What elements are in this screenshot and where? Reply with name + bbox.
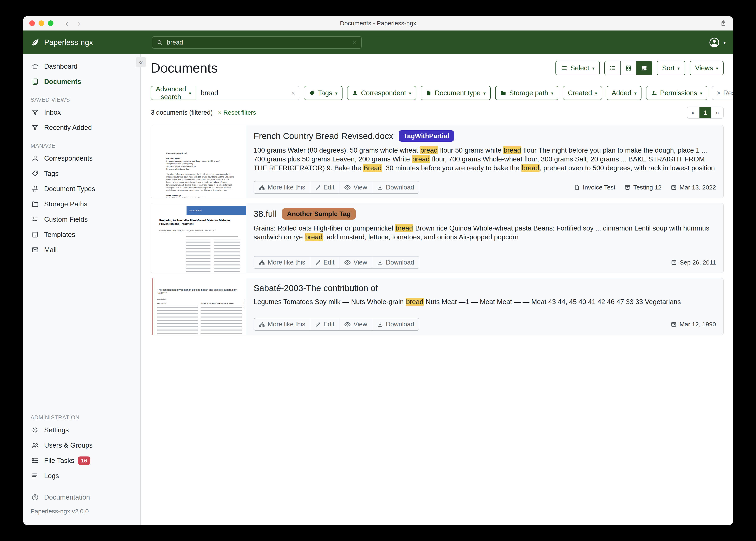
user-avatar-icon [709,37,720,48]
view-button[interactable]: View [339,181,372,194]
meta-file[interactable]: Invoice Test [574,184,615,191]
sidebar-item-recently-added[interactable]: Recently Added [23,120,140,135]
sidebar-item-label: Recently Added [44,124,92,132]
document-thumbnail[interactable]: French Country BreadFor the Leaven1 heap… [151,125,246,198]
reset-filters-button[interactable]: × Reset filters [712,86,733,100]
action-label: More like this [268,184,305,191]
edit-button[interactable]: Edit [310,256,339,269]
pagination-prev[interactable]: « [687,107,699,118]
correspondent-filter-button[interactable]: Correspondent▾ [347,86,416,100]
meta-calendar[interactable]: Mar 13, 2022 [671,184,716,191]
list-view-button[interactable] [605,61,620,75]
sort-button[interactable]: Sort▾ [657,61,685,75]
document-thumbnail[interactable]: of Clinical NutritionThe contribution of… [151,278,246,335]
document-meta: Sep 26, 2011 [671,259,716,266]
filter-query-input[interactable] [196,86,299,100]
storage-path-filter-button[interactable]: Storage path▾ [495,86,558,100]
sidebar-collapse-button[interactable]: « [136,57,146,67]
reset-filters-link[interactable]: × Reset filters [218,109,256,116]
sidebar-item-file-tasks[interactable]: File Tasks16 [23,453,140,468]
sidebar-section-title: SAVED VIEWS [31,97,140,103]
action-label: More like this [268,259,305,266]
document-tag[interactable]: TagWithPartial [399,130,454,142]
filter-query-clear-icon[interactable]: × [291,89,295,97]
action-label: Edit [324,320,334,328]
account-menu[interactable]: ▾ [709,37,726,48]
edit-button[interactable]: Edit [310,318,339,331]
document-thumbnail[interactable]: Nutrition FYIPreparing to Prescribe Plan… [151,203,246,273]
tags-filter-button[interactable]: Tags▾ [304,86,343,100]
sidebar-item-logs[interactable]: Logs [23,468,140,483]
thumbnail-download-text: Downloaded from [243,299,245,309]
sidebar-item-storage-paths[interactable]: Storage Paths [23,197,140,212]
advanced-search-dropdown[interactable]: Advanced search▾ [151,86,196,100]
list-check-icon [561,65,567,71]
document-card: Nutrition FYIPreparing to Prescribe Plan… [151,203,724,273]
main-content: Documents Select ▾ [141,54,733,525]
document-card-body: 38.fullAnother Sample TagGrains: Rolled … [246,203,723,273]
caret-down-icon: ▾ [592,66,594,71]
edit-button[interactable]: Edit [310,181,339,194]
created-filter-button[interactable]: Created▾ [563,86,602,100]
account-caret-icon: ▾ [723,41,726,45]
download-button[interactable]: Download [372,318,419,331]
more-like-this-button[interactable]: More like this [254,256,310,269]
view-button[interactable]: View [339,256,372,269]
meta-calendar[interactable]: Mar 12, 1990 [671,321,716,328]
app-version: Paperless-ngx v2.0.0 [31,508,140,515]
action-label: Download [386,184,414,191]
thumbnail-author: Caroline Trapp, MSN, APRN, BC-ADM, CDE, … [159,230,215,232]
brand[interactable]: Paperless-ngx [31,38,93,47]
download-button[interactable]: Download [372,256,419,269]
pagination-page-1[interactable]: 1 [699,107,711,118]
view-button[interactable]: View [339,318,372,331]
download-icon [377,259,383,266]
document-tag[interactable]: Another Sample Tag [282,208,356,220]
meta-calendar[interactable]: Sep 26, 2011 [671,259,716,266]
brand-name: Paperless-ngx [44,38,93,47]
document-type-filter-button[interactable]: Document type▾ [421,86,491,100]
pagination-next[interactable]: » [711,107,723,118]
funnel-icon [31,109,40,116]
search-clear-icon[interactable]: × [353,38,357,46]
sidebar-item-label: Logs [44,472,59,480]
select-button[interactable]: Select ▾ [555,61,600,75]
global-search-input[interactable] [166,39,353,46]
download-button[interactable]: Download [372,181,419,194]
download-icon [377,184,383,191]
grid-view-button[interactable] [620,61,636,75]
sidebar-item-settings[interactable]: Settings [23,422,140,438]
app-header: Paperless-ngx × [23,31,733,54]
added-filter-button[interactable]: Added▾ [607,86,641,100]
more-like-this-button[interactable]: More like this [254,318,310,331]
sidebar-item-document-types[interactable]: Document Types [23,181,140,197]
envelope-icon [31,246,40,254]
document-actions: More like thisEditViewDownload [254,256,419,269]
sidebar-item-inbox[interactable]: Inbox [23,105,140,120]
document-title[interactable]: 38.full [254,209,277,219]
detail-view-button[interactable] [636,61,652,75]
sidebar-item-documentation[interactable]: Documentation [23,490,140,505]
document-title[interactable]: French Country Bread Revised.docx [254,131,393,141]
sidebar: DashboardDocumentsSAVED VIEWSInboxRecent… [23,54,141,525]
sidebar-item-dashboard[interactable]: Dashboard [23,59,140,74]
more-like-this-button[interactable]: More like this [254,181,310,194]
global-search[interactable]: × [152,36,362,49]
meta-box[interactable]: Testing 12 [624,184,661,191]
sidebar-item-custom-fields[interactable]: Custom Fields [23,212,140,227]
results-bar: 3 documents (filtered) × Reset filters «… [151,107,724,119]
document-title[interactable]: Sabaté-2003-The contribution of [254,283,378,293]
sidebar-item-correspondents[interactable]: Correspondents [23,151,140,166]
permissions-filter-button[interactable]: Permissions▾ [646,86,707,100]
meta-label: Mar 12, 1990 [679,321,716,328]
sidebar-item-tags[interactable]: Tags [23,166,140,181]
tag-icon [31,170,40,177]
views-button[interactable]: Views▾ [690,61,724,75]
filter-row: Advanced search▾ × [151,86,724,100]
sidebar-item-label: Dashboard [44,63,77,70]
sidebar-item-templates[interactable]: Templates [23,227,140,242]
sidebar-item-documents[interactable]: Documents [23,74,140,89]
eye-icon [344,259,351,266]
sidebar-item-mail[interactable]: Mail [23,242,140,258]
sidebar-item-users-groups[interactable]: Users & Groups [23,438,140,453]
